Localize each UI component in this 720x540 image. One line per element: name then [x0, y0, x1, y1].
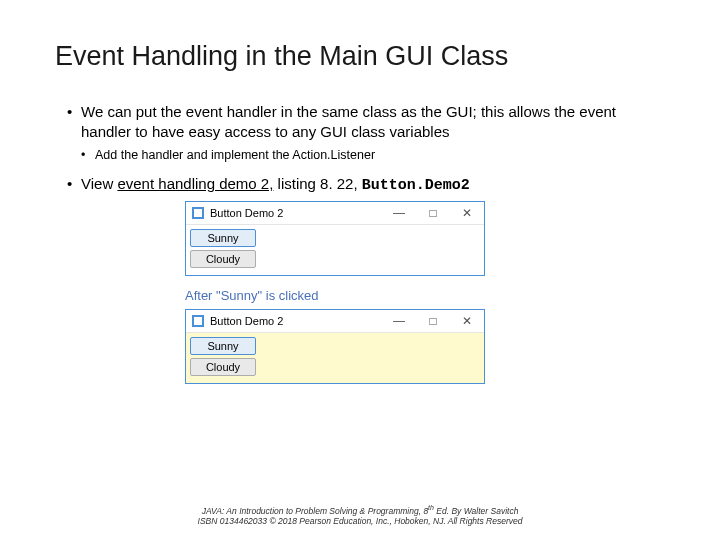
sunny-button[interactable]: Sunny: [190, 229, 256, 247]
footer-line1a: JAVA: An Introduction to Problem Solving…: [202, 506, 428, 516]
sunny-button[interactable]: Sunny: [190, 337, 256, 355]
bullet-2-mid: listing 8. 22,: [273, 175, 361, 192]
caption-label: After "Sunny" is clicked: [185, 288, 485, 303]
java-icon: [192, 207, 204, 219]
window-2-titlebar: Button Demo 2 — □ ✕: [186, 310, 484, 333]
slide-title: Event Handling in the Main GUI Class: [55, 40, 665, 72]
window-2: Button Demo 2 — □ ✕ Sunny Cloudy: [185, 309, 485, 384]
window-1: Button Demo 2 — □ ✕ Sunny Cloudy: [185, 201, 485, 276]
window-1-body: Sunny Cloudy: [186, 225, 484, 275]
close-icon[interactable]: ✕: [450, 310, 484, 332]
close-icon[interactable]: ✕: [450, 202, 484, 224]
cloudy-button[interactable]: Cloudy: [190, 250, 256, 268]
footer: JAVA: An Introduction to Problem Solving…: [0, 504, 720, 526]
minimize-icon[interactable]: —: [382, 202, 416, 224]
code-label: Button.Demo2: [362, 177, 470, 194]
maximize-icon[interactable]: □: [416, 202, 450, 224]
window-2-title: Button Demo 2: [210, 315, 283, 327]
bullet-1: We can put the event handler in the same…: [67, 102, 665, 141]
window-1-title: Button Demo 2: [210, 207, 283, 219]
bullet-2-pre: View: [81, 175, 117, 192]
bullet-list: We can put the event handler in the same…: [55, 102, 665, 195]
java-icon: [192, 315, 204, 327]
footer-line1b: Ed. By Walter Savitch: [434, 506, 518, 516]
demo-windows: Button Demo 2 — □ ✕ Sunny Cloudy After "…: [185, 201, 485, 384]
bullet-1-sub: Add the handler and implement the Action…: [67, 147, 665, 163]
demo-link[interactable]: event handling demo 2,: [117, 175, 273, 192]
cloudy-button[interactable]: Cloudy: [190, 358, 256, 376]
window-2-body: Sunny Cloudy: [186, 333, 484, 383]
window-1-titlebar: Button Demo 2 — □ ✕: [186, 202, 484, 225]
bullet-2: View event handling demo 2, listing 8. 2…: [67, 174, 665, 196]
footer-line2: ISBN 0134462033 © 2018 Pearson Education…: [198, 516, 523, 526]
maximize-icon[interactable]: □: [416, 310, 450, 332]
minimize-icon[interactable]: —: [382, 310, 416, 332]
